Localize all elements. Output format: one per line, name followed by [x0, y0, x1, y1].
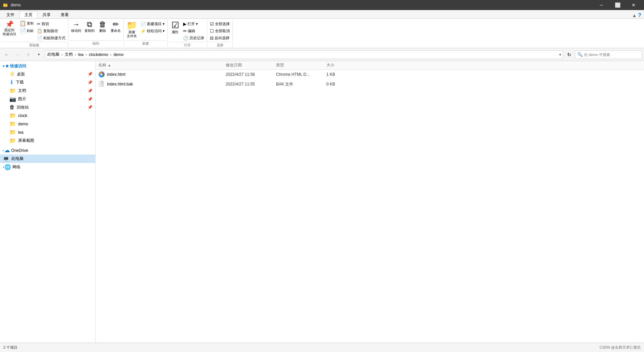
col-name-header[interactable]: 名称 ▲ — [98, 62, 226, 68]
easy-access-button[interactable]: ⚡ 轻松访问 ▾ — [139, 28, 166, 34]
cut-icon: ✂ — [37, 21, 41, 26]
invert-selection-button[interactable]: ⊟ 反向选择 — [209, 35, 231, 41]
rename-label: 重命名 — [111, 29, 121, 33]
col-date-header[interactable]: 修改日期 — [226, 62, 276, 68]
new-folder-button[interactable]: 📁 新建文件夹 — [125, 20, 139, 39]
move-to-label: 移动到 — [71, 29, 81, 33]
select-none-button[interactable]: ☐ 全部取消 — [209, 28, 231, 34]
back-button[interactable]: ← — [2, 50, 11, 59]
sidebar-section-quickaccess[interactable]: ▾ ★ 快速访问 — [0, 62, 95, 70]
downloads-icon: ⬇ — [9, 79, 14, 85]
search-input[interactable] — [584, 53, 640, 57]
paste-button[interactable]: 📄 粘贴 — [18, 27, 35, 34]
window-controls: ─ ⬜ ✕ — [594, 0, 641, 10]
sidebar-section-network[interactable]: › 🌐 网络 — [0, 163, 95, 171]
sidebar-item-downloads[interactable]: ⬇ 下载 📌 — [0, 78, 95, 86]
copy-path-button[interactable]: 📋 复制路径 — [36, 28, 67, 34]
recent-locations-button[interactable]: ▾ — [34, 50, 44, 59]
sidebar-item-clock[interactable]: 📁 clock — [0, 111, 95, 120]
sep1: › — [61, 52, 63, 57]
svg-point-7 — [101, 74, 103, 75]
search-icon: 🔍 — [577, 52, 583, 57]
up-button[interactable]: ↑ — [23, 50, 33, 59]
file-row-index-html-bak[interactable]: index.html.bak 2022/4/27 11:55 BAK 文件 0 … — [96, 79, 644, 89]
bak-file-icon — [98, 81, 105, 87]
main-area: ▾ ★ 快速访问 🖥 桌面 📌 ⬇ 下载 📌 📁 文档 📌 📷 图片 📌 🗑 回… — [0, 61, 644, 343]
refresh-button[interactable]: ↻ — [565, 50, 574, 59]
open-button[interactable]: ▶ 打开 ▾ — [182, 21, 206, 27]
network-icon: 🌐 — [4, 164, 11, 170]
forward-button[interactable]: → — [13, 50, 22, 59]
help-btn[interactable]: ? — [638, 12, 641, 18]
breadcrumb-docs[interactable]: 文档 — [65, 52, 73, 57]
lea-label: lea — [18, 130, 23, 135]
file-row-index-html[interactable]: index.html 2022/4/27 11:58 Chrome HTML D… — [96, 70, 644, 79]
tab-view[interactable]: 查看 — [56, 11, 74, 18]
sidebar-item-desktop[interactable]: 🖥 桌面 📌 — [0, 70, 95, 78]
maximize-button[interactable]: ⬜ — [610, 0, 625, 10]
file-type-index: Chrome HTML D... — [276, 72, 326, 77]
close-button[interactable]: ✕ — [626, 0, 641, 10]
sidebar-section-onedrive[interactable]: › ☁ OneDrive — [0, 146, 95, 155]
col-type-header[interactable]: 类型 — [276, 62, 326, 68]
delete-button[interactable]: 🗑 删除 — [97, 20, 109, 34]
new-folder-icon: 📁 — [126, 21, 137, 30]
sidebar-item-lea[interactable]: 📁 lea — [0, 128, 95, 136]
sidebar-item-documents[interactable]: 📁 文档 📌 — [0, 86, 95, 95]
sidebar-item-demo[interactable]: 📁 demo — [0, 120, 95, 128]
breadcrumb-clockdemo[interactable]: clockdemo — [89, 52, 108, 57]
demo-label: demo — [18, 122, 28, 126]
onedrive-label: OneDrive — [11, 148, 28, 153]
move-to-button[interactable]: → 移动到 — [70, 20, 83, 34]
ribbon-group-select-content: ☑ 全部选择 ☐ 全部取消 ⊟ 反向选择 — [209, 20, 231, 41]
properties-button[interactable]: ☑ 属性 — [169, 20, 181, 35]
sidebar-item-screenshot[interactable]: 📁 屏幕截图 — [0, 136, 95, 145]
paste-shortcut-button[interactable]: 📄 粘贴快捷方式 — [36, 35, 67, 41]
address-dropdown-btn[interactable]: ▾ — [559, 52, 561, 57]
rename-button[interactable]: ✏ 重命名 — [109, 20, 122, 34]
address-bar[interactable]: 此电脑 › 文档 › lea › clockdemo › demo ▾ — [45, 50, 564, 59]
quickaccess-chevron: ▾ — [3, 64, 4, 68]
search-box[interactable]: 🔍 — [575, 50, 642, 59]
clipboard-group-label: 剪贴板 — [1, 42, 67, 48]
new-item-label: 新建项目 ▾ — [147, 21, 165, 26]
breadcrumb-lea[interactable]: lea — [78, 52, 84, 57]
sep3: › — [86, 52, 87, 57]
new-group-label: 新建 — [125, 40, 166, 47]
col-size-header[interactable]: 大小 — [326, 62, 360, 68]
sep4: › — [110, 52, 111, 57]
breadcrumb-pc[interactable]: 此电脑 — [47, 52, 59, 57]
sidebar-item-recycle[interactable]: 🗑 回收站 📌 — [0, 103, 95, 111]
ribbon-group-new-content: 📁 新建文件夹 📄 新建项目 ▾ ⚡ 轻松访问 ▾ — [125, 20, 166, 40]
cut-button[interactable]: ✂ 剪切 — [36, 21, 67, 27]
svg-rect-2 — [5, 4, 7, 5]
sidebar-item-pictures[interactable]: 📷 图片 📌 — [0, 95, 95, 103]
documents-pin: 📌 — [88, 89, 93, 93]
tab-share[interactable]: 共享 — [38, 11, 56, 18]
ribbon-group-clipboard-content: 📌 固定到快速访问 📋 复制 📄 粘贴 ✂ 剪切 — [1, 20, 67, 41]
properties-icon: ☑ — [171, 21, 179, 30]
copy-button[interactable]: 📋 复制 — [18, 20, 35, 27]
delete-icon: 🗑 — [99, 21, 106, 28]
sidebar: ▾ ★ 快速访问 🖥 桌面 📌 ⬇ 下载 📌 📁 文档 📌 📷 图片 📌 🗑 回… — [0, 61, 96, 343]
ribbon-tab-bar: 文件 主页 共享 查看 ▲ ? — [0, 10, 644, 19]
edit-button[interactable]: ✏ 编辑 — [182, 28, 206, 34]
file-area: 名称 ▲ 修改日期 类型 大小 — [96, 61, 644, 343]
onedrive-cloud-icon: ☁ — [4, 147, 10, 154]
paste-label: 粘贴 — [27, 29, 34, 33]
select-all-button[interactable]: ☑ 全部选择 — [209, 21, 231, 27]
history-button[interactable]: 🕐 历史记录 — [182, 35, 206, 41]
pin-label: 固定到快速访问 — [3, 28, 16, 36]
pin-to-quickaccess-button[interactable]: 📌 固定到快速访问 — [1, 20, 17, 37]
tab-home[interactable]: 主页 — [19, 11, 38, 18]
minimize-button[interactable]: ─ — [594, 0, 609, 10]
move-to-icon: → — [72, 21, 80, 28]
sidebar-item-thispc[interactable]: 💻 此电脑 — [0, 155, 95, 163]
rename-icon: ✏ — [113, 21, 119, 28]
tab-file[interactable]: 文件 — [1, 11, 19, 18]
copy-label: 复制 — [27, 21, 34, 25]
breadcrumb-demo[interactable]: demo — [113, 52, 123, 57]
ribbon-collapse-btn[interactable]: ▲ — [632, 13, 637, 18]
new-item-button[interactable]: 📄 新建项目 ▾ — [139, 21, 166, 27]
copy-to-button[interactable]: ⧉ 复制到 — [83, 20, 96, 34]
